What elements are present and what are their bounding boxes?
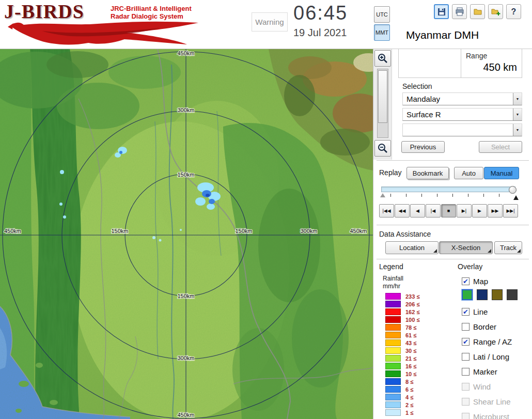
playback-button-4[interactable]: ■ (441, 204, 456, 218)
zoom-in-button[interactable] (374, 50, 391, 67)
playback-controls: |◀◀◀◀◀|◀■▶|▶▶▶▶▶| (379, 204, 518, 218)
chevron-down-icon[interactable] (513, 108, 522, 120)
map-style-swatches (462, 289, 518, 300)
timeline-tick (437, 194, 437, 197)
timeline-tick (499, 194, 499, 197)
zoom-slider[interactable] (377, 69, 388, 138)
playback-button-6[interactable]: ▶ (472, 204, 487, 218)
legend-row: 1 ≤ (385, 409, 447, 416)
playback-button-1[interactable]: ◀◀ (395, 204, 410, 218)
legend-row: 21 ≤ (385, 354, 447, 362)
timeline-start-marker (380, 193, 385, 197)
help-button[interactable]: ? (506, 4, 521, 19)
legend-row: 10 ≤ (385, 370, 447, 378)
range-ring-label: 150km (235, 228, 252, 234)
legend-value: 100 ≤ (405, 317, 419, 323)
map-style-swatch-3[interactable] (492, 289, 503, 300)
timeline-tick (421, 194, 422, 197)
range-ring-label: 450km (350, 228, 367, 234)
open-folder-icon (473, 7, 482, 17)
print-button[interactable] (452, 4, 467, 19)
legend-row: 4 ≤ (385, 393, 447, 401)
overlay-row-map: ✔Map (462, 275, 488, 287)
zoom-out-button[interactable] (374, 140, 391, 157)
timeline-track[interactable] (381, 187, 515, 192)
overlay-label: Range / AZ (473, 337, 512, 346)
legend-value: 21 ≤ (405, 355, 416, 362)
playback-button-3[interactable]: |◀ (426, 204, 441, 218)
legend-color-swatch (385, 378, 401, 385)
station-title: Myanmar DMH (406, 29, 479, 41)
overlay-label: Marker (473, 367, 497, 376)
chevron-down-icon[interactable] (513, 93, 522, 105)
legend-unit-line1: Rainfall (383, 275, 403, 282)
legend-row: 30 ≤ (385, 347, 447, 354)
chevron-down-icon[interactable] (513, 124, 522, 136)
overlay-label: Map (473, 277, 488, 286)
track-button[interactable]: Track (494, 241, 522, 254)
checkbox-marker[interactable] (462, 368, 470, 376)
legend-value: 8 ≤ (405, 379, 413, 385)
add-image-button[interactable] (488, 4, 503, 19)
legend-value: 6 ≤ (405, 386, 413, 393)
range-ring-label: 300km (177, 355, 194, 361)
clock-time: 06:45 (293, 2, 348, 24)
range-ring-label: 450km (177, 412, 194, 418)
playback-button-5[interactable]: ▶| (457, 204, 472, 218)
checkbox-map[interactable]: ✔ (462, 277, 470, 285)
playback-button-7[interactable]: ▶▶ (488, 204, 503, 218)
legend-color-swatch (385, 355, 401, 362)
range-ring-label: 150km (177, 293, 194, 299)
checkbox-range-az[interactable]: ✔ (462, 338, 470, 346)
legend-row: 78 ≤ (385, 323, 447, 331)
checkbox-lati-long[interactable] (462, 353, 470, 361)
save-button[interactable] (434, 4, 449, 19)
product-dropdown[interactable]: Surface R (402, 108, 522, 121)
open-folder-button[interactable] (470, 4, 485, 19)
print-icon (455, 7, 464, 17)
warning-button[interactable]: Warning (252, 12, 288, 32)
station-dropdown[interactable]: Mandalay (402, 92, 522, 105)
overlay-label: Line (473, 307, 488, 316)
map-style-swatch-2[interactable] (477, 289, 488, 300)
divider (461, 49, 461, 77)
range-ring-label: 450km (4, 228, 21, 234)
jbirds-logo: J-BIRDS JRC-Brilliant & Intelligent Rada… (0, 0, 217, 49)
extra-dropdown[interactable] (402, 123, 522, 136)
overlay-rows: ✔Map✔LineBorder✔Range / AZLati / LongMar… (462, 275, 531, 419)
legend-value: 61 ≤ (405, 332, 416, 338)
previous-button[interactable]: Previous (401, 141, 445, 153)
range-value: 450 km (483, 61, 517, 73)
map-style-swatch-4[interactable] (507, 289, 518, 300)
playback-button-8[interactable]: ▶▶| (503, 204, 518, 218)
playback-button-2[interactable]: ◀ (410, 204, 425, 218)
location-button[interactable]: Location (385, 241, 439, 254)
legend-unit-line2: mm/hr (383, 283, 400, 290)
select-button[interactable]: Select (479, 141, 522, 153)
radar-map[interactable]: 450km300km150km150km300km450km450km150km… (0, 49, 373, 419)
legend-color-swatch (385, 324, 401, 331)
legend-color-swatch (385, 363, 401, 369)
legend-color-swatch (385, 339, 401, 346)
overlay-row-lati-long: Lati / Long (462, 351, 509, 362)
checkbox-wind (462, 383, 470, 391)
legend-value: 30 ≤ (405, 348, 416, 354)
checkbox-border[interactable] (462, 323, 470, 331)
range-box: Range 450 km (398, 49, 522, 78)
magnifier-plus-icon (378, 53, 388, 64)
playback-button-0[interactable]: |◀◀ (379, 204, 394, 218)
utc-button[interactable]: UTC (374, 6, 390, 23)
zoom-slider-thumb[interactable] (378, 70, 387, 123)
manual-button[interactable]: Manual (484, 167, 519, 179)
map-style-swatch-1[interactable] (462, 289, 473, 300)
legend-value: 162 ≤ (405, 309, 419, 315)
timeline-thumb[interactable] (509, 186, 517, 194)
clock-date: 19 Jul 2021 (293, 27, 347, 39)
mmt-button[interactable]: MMT (374, 24, 390, 41)
bookmark-button[interactable]: Bookmark (406, 167, 449, 179)
x-section-button[interactable]: X-Section (439, 241, 493, 254)
checkbox-line[interactable]: ✔ (462, 308, 470, 316)
auto-button[interactable]: Auto (454, 167, 483, 179)
checkbox-microburst (462, 413, 470, 419)
station-dropdown-value: Mandalay (406, 95, 440, 103)
